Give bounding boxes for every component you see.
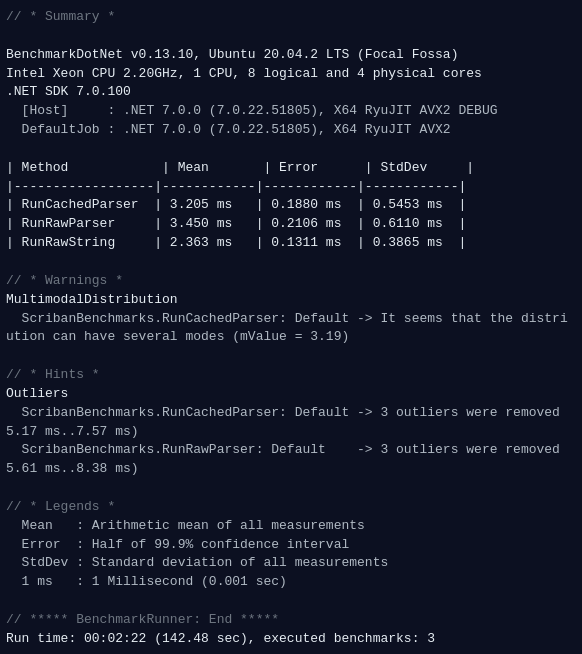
blank-3 [6,253,576,272]
blank-7 [6,649,576,654]
hint2: ScribanBenchmarks.RunRawParser: Default … [6,441,576,460]
legend-mean: Mean : Arithmetic mean of all measuremen… [6,517,576,536]
runner-end: // ***** BenchmarkRunner: End ***** [6,611,576,630]
blank-4 [6,347,576,366]
blank-5 [6,479,576,498]
multimodal: MultimodalDistribution [6,291,576,310]
defaultjob-line: DefaultJob : .NET 7.0.0 (7.0.22.51805), … [6,121,576,140]
blank-2 [6,140,576,159]
host-line: [Host] : .NET 7.0.0 (7.0.22.51805), X64 … [6,102,576,121]
outliers: Outliers [6,385,576,404]
terminal: // * Summary * BenchmarkDotNet v0.13.10,… [0,0,582,654]
runtime-line: Run time: 00:02:22 (142.48 sec), execute… [6,630,576,649]
table-header: | Method | Mean | Error | StdDev | [6,159,576,178]
legend-error: Error : Half of 99.9% confidence interva… [6,536,576,555]
hint1: ScribanBenchmarks.RunCachedParser: Defau… [6,404,576,423]
warning1: ScribanBenchmarks.RunCachedParser: Defau… [6,310,576,329]
warnings-comment: // * Warnings * [6,272,576,291]
netsdk-line: .NET SDK 7.0.100 [6,83,576,102]
table-row-1: | RunCachedParser | 3.205 ms | 0.1880 ms… [6,196,576,215]
hint2b: 5.61 ms..8.38 ms) [6,460,576,479]
legend-1ms: 1 ms : 1 Millisecond (0.001 sec) [6,573,576,592]
table-divider: |------------------|------------|-------… [6,178,576,197]
blank-6 [6,592,576,611]
benchmarkdotnet-line: BenchmarkDotNet v0.13.10, Ubuntu 20.04.2… [6,46,576,65]
table-row-2: | RunRawParser | 3.450 ms | 0.2106 ms | … [6,215,576,234]
hint1b: 5.17 ms..7.57 ms) [6,423,576,442]
summary-comment: // * Summary * [6,8,576,27]
warning2: ution can have several modes (mValue = 3… [6,328,576,347]
blank-1 [6,27,576,46]
table-row-3: | RunRawString | 2.363 ms | 0.1311 ms | … [6,234,576,253]
intel-line: Intel Xeon CPU 2.20GHz, 1 CPU, 8 logical… [6,65,576,84]
legends-comment: // * Legends * [6,498,576,517]
legend-stddev: StdDev : Standard deviation of all measu… [6,554,576,573]
hints-comment: // * Hints * [6,366,576,385]
